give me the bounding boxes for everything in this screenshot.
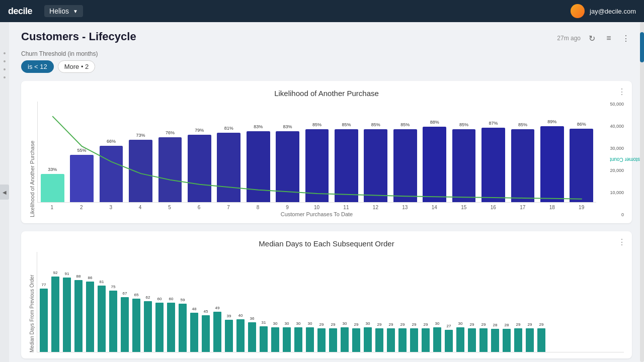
chart2-bar-21: 30	[270, 327, 281, 352]
chart1-bar-16: 87%	[478, 128, 508, 202]
chart1-bar-12: 85%	[361, 129, 390, 202]
content-area: Customers - Lifecycle 27m ago ↻ ≡ ⋮ Chur…	[9, 22, 644, 362]
bar2-val-label: 88	[76, 274, 81, 279]
filters-section: Churn Threshold (in months) is < 12 More…	[21, 50, 632, 73]
bar2-val-label: 30	[435, 321, 440, 326]
bar-pct-label: 81%	[224, 126, 233, 131]
right-scrollbar[interactable]	[640, 22, 644, 362]
bar-pct-label: 85%	[518, 122, 527, 127]
bar2-val-label: 36	[250, 316, 255, 321]
chart2-bar-7: 75	[108, 291, 119, 352]
more-options-icon[interactable]: ⋮	[620, 32, 632, 44]
bar-pct-label: 79%	[195, 128, 204, 133]
filter-label: Churn Threshold (in months)	[21, 50, 632, 57]
chart2-bar-19: 36	[247, 322, 258, 352]
bar-pct-label: 66%	[107, 139, 116, 144]
bar2-val-label: 81	[100, 280, 104, 284]
x-tick: 12	[361, 205, 390, 210]
chart2-bar-44: 29	[536, 328, 547, 352]
bar2-val-label: 29	[528, 322, 532, 327]
timestamp: 27m ago	[557, 35, 581, 42]
chart2-bar-29: 30	[362, 327, 373, 352]
bar-pct-label: 89%	[547, 119, 556, 124]
chip-more[interactable]: More • 2	[58, 60, 96, 73]
chart1-menu-icon[interactable]: ⋮	[618, 87, 626, 97]
bar2-val-label: 29	[470, 322, 474, 327]
chart1-x-title: Customer Purchases To Date	[37, 211, 596, 217]
bar2-val-label: 48	[192, 307, 197, 311]
bar2-val-label: 30	[273, 321, 278, 326]
x-tick: 18	[537, 205, 567, 210]
chart2-bar-38: 29	[466, 328, 477, 352]
x-tick: 6	[184, 205, 213, 210]
sidebar: ◀	[0, 22, 9, 362]
x-tick: 9	[273, 205, 302, 210]
bar2-val-label: 45	[204, 309, 208, 314]
x-tick: 4	[125, 205, 154, 210]
chart2-bar-8: 67	[119, 297, 130, 352]
bar2-val-label: 29	[481, 322, 486, 327]
bar-pct-label: 33%	[48, 167, 57, 172]
chart2-bar-15: 45	[200, 315, 211, 352]
chart2-bar-43: 29	[524, 328, 535, 352]
bar2-val-label: 27	[447, 324, 451, 328]
bar-pct-label: 85%	[342, 122, 351, 127]
bar-pct-label: 83%	[283, 124, 292, 129]
chart2-bar-33: 29	[409, 328, 420, 352]
right-axis-tick: 20,000	[610, 168, 624, 173]
chart2-bar-9: 65	[131, 299, 142, 352]
x-tick: 15	[449, 205, 478, 210]
chart2-bar-24: 30	[304, 327, 315, 352]
bar2-val-label: 30	[366, 321, 370, 326]
chart1-bar-13: 85%	[390, 129, 420, 202]
chart2-bar-12: 60	[166, 303, 177, 352]
bar2-val-label: 31	[262, 320, 266, 325]
logo: decile	[8, 6, 32, 17]
right-axis-tick: 40,000	[610, 124, 624, 129]
nav-dot-3	[4, 68, 6, 70]
chart1-card: Likelihood of Another Purchase ⋮ Likelih…	[21, 81, 632, 223]
bar-pct-label: 85%	[459, 122, 468, 127]
x-tick: 17	[508, 205, 537, 210]
chart2-bar-6: 81	[96, 286, 107, 352]
chart1-bar-15: 85%	[449, 129, 478, 202]
x-tick: 11	[332, 205, 361, 210]
chart2-bar-28: 29	[351, 328, 362, 352]
bar2-val-label: 29	[424, 322, 428, 327]
bar2-val-label: 92	[53, 270, 58, 275]
chart2-bar-3: 91	[61, 278, 72, 352]
nav-dot-4	[4, 76, 6, 78]
right-label-text: Customer Count	[610, 157, 644, 162]
chart2-bar-40: 28	[490, 329, 501, 352]
chart2-bar-34: 29	[420, 328, 431, 352]
user-avatar	[571, 4, 585, 18]
bar2-val-label: 67	[123, 291, 127, 296]
bar2-val-label: 29	[319, 322, 324, 327]
bar2-val-label: 30	[285, 321, 289, 326]
bar2-val-label: 60	[169, 297, 174, 301]
bar2-val-label: 29	[539, 322, 544, 327]
bar2-val-label: 30	[458, 321, 463, 326]
chart2-menu-icon[interactable]: ⋮	[618, 237, 626, 247]
filter-icon[interactable]: ≡	[603, 32, 615, 44]
chart2-bar-23: 30	[293, 327, 304, 352]
sidebar-toggle[interactable]: ◀	[0, 185, 9, 200]
chart2-bar-17: 39	[223, 320, 234, 352]
bar-pct-label: 88%	[430, 120, 439, 125]
right-axis-tick: 50,000	[610, 102, 624, 107]
chart2-bar-31: 29	[385, 328, 396, 352]
chart2-bar-32: 29	[397, 328, 408, 352]
chart1-bar-3: 66%	[97, 146, 126, 202]
chart1-bar-17: 85%	[508, 129, 537, 202]
refresh-icon[interactable]: ↻	[586, 32, 598, 44]
bar2-val-label: 28	[505, 323, 509, 327]
chip-active[interactable]: is < 12	[21, 60, 54, 73]
chart2-bar-25: 29	[316, 328, 327, 352]
chart2-y-label: Median Days From Previous Order	[29, 252, 35, 352]
workspace-selector[interactable]: Helios ▼	[44, 5, 83, 17]
bar2-val-label: 29	[354, 322, 359, 327]
chart2-bar-36: 27	[443, 330, 454, 352]
bar2-val-label: 30	[296, 321, 301, 326]
bar2-val-label: 29	[412, 322, 417, 327]
chart2-bar-1: 77	[38, 289, 49, 352]
